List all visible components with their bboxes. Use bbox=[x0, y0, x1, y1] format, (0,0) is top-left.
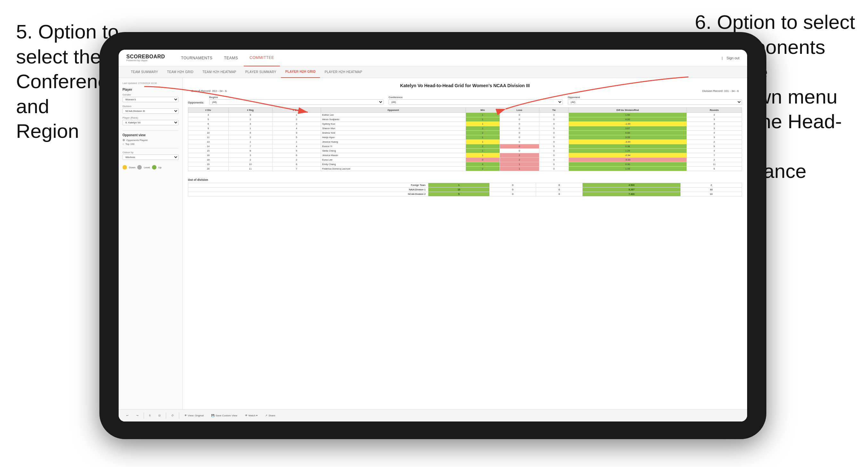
logo-text: SCOREBOARD bbox=[126, 54, 165, 59]
copy-button[interactable]: ⎘ bbox=[147, 413, 153, 418]
header-right: | Sign out bbox=[722, 56, 739, 60]
arrow-left-annotation bbox=[125, 80, 317, 119]
legend-label-down: Down bbox=[129, 166, 135, 169]
table-row: 20117Federica Domecq Lacroze2101.336 bbox=[188, 167, 742, 171]
sub-nav-team-h2h-heatmap[interactable]: TEAM H2H HEATMAP bbox=[198, 66, 241, 78]
view-original-icon: 👁 bbox=[184, 414, 187, 417]
legend-label-up: Up bbox=[158, 166, 162, 169]
table-row: 1063Andrea York2004.004 bbox=[188, 131, 742, 135]
sub-nav-team-summary[interactable]: TEAM SUMMARY bbox=[126, 66, 162, 78]
opponent-view-radio-group: ⦿ Opponents Played ○ Top 100 bbox=[123, 139, 179, 146]
content-area: Katelyn Vo Head-to-Head Grid for Women's… bbox=[183, 78, 747, 422]
nav-tournaments[interactable]: TOURNAMENTS bbox=[176, 50, 218, 66]
legend-dot-up bbox=[152, 165, 156, 169]
arrow-right-annotation bbox=[480, 70, 705, 119]
sub-nav-player-summary[interactable]: PLAYER SUMMARY bbox=[241, 66, 281, 78]
legend-dot-level bbox=[137, 165, 142, 169]
view-original-button[interactable]: 👁 View: Original bbox=[182, 413, 206, 418]
table-row: 1311Jessica Huang100-3.002 bbox=[188, 140, 742, 144]
sign-out-link[interactable]: Sign out bbox=[726, 56, 739, 60]
legend-label-level: Level bbox=[144, 166, 150, 169]
out-of-div-row: Foreign Team1004.5002 bbox=[188, 183, 742, 187]
out-of-division-title: Out of division bbox=[188, 176, 742, 183]
radio-opponents-played[interactable]: ⦿ Opponents Played bbox=[123, 139, 179, 142]
save-custom-view-button[interactable]: 💾 Save Custom View bbox=[209, 413, 240, 418]
opponent-view-label: Opponent view bbox=[123, 133, 179, 137]
table-row: 1636Jessica Mason120-0.947 bbox=[188, 153, 742, 158]
player-rank-select[interactable]: 8. Katelyn Vo bbox=[123, 120, 179, 125]
toolbar-separator-3 bbox=[179, 412, 179, 419]
table-row: 1822Euna Lee020-5.002 bbox=[188, 158, 742, 162]
app-header: SCOREBOARD Powered by clippd TOURNAMENTS… bbox=[119, 50, 747, 66]
nav-committee[interactable]: COMMITTEE bbox=[244, 50, 280, 66]
sub-nav-team-h2h-grid[interactable]: TEAM H2H GRID bbox=[162, 66, 198, 78]
table-row: 1474Eunice Yi2200.389 bbox=[188, 144, 742, 149]
share-icon: ↗ bbox=[265, 414, 268, 417]
out-of-division-table: Foreign Team1004.5002NAIA Division 11500… bbox=[188, 183, 742, 196]
toolbar-separator-2 bbox=[166, 412, 166, 419]
undo-button[interactable]: ↩ bbox=[124, 413, 131, 418]
share-button[interactable]: ↗ Share bbox=[262, 413, 278, 418]
pipe-separator: | bbox=[722, 56, 723, 60]
clock-button[interactable]: ⏱ bbox=[169, 413, 176, 418]
col-header-opponent: Opponent bbox=[321, 108, 466, 113]
radio-top-100[interactable]: ○ Top 100 bbox=[123, 143, 179, 146]
legend-dot-down bbox=[123, 165, 127, 169]
paste-button[interactable]: ⊡ bbox=[156, 413, 163, 418]
table-row: 914Sharon Mun1003.673 bbox=[188, 126, 742, 131]
out-of-div-row: NCAA Division 25007.40010 bbox=[188, 192, 742, 196]
redo-button[interactable]: ↪ bbox=[134, 413, 141, 418]
main-nav: TOURNAMENTS TEAMS COMMITTEE bbox=[176, 50, 722, 66]
nav-teams[interactable]: TEAMS bbox=[218, 50, 244, 66]
division-record: Division Record: 331 - 34 - 6 bbox=[702, 89, 739, 93]
sub-nav-player-h2h-grid[interactable]: PLAYER H2H GRID bbox=[281, 66, 320, 78]
main-content: Last Updated: 27/03/2024 13:36 Player Ge… bbox=[119, 78, 747, 422]
toolbar-separator-1 bbox=[144, 412, 144, 419]
table-row: 633Sydney Kuo100-1.003 bbox=[188, 122, 742, 126]
out-of-div-row: NAIA Division 115009.26730 bbox=[188, 187, 742, 192]
logo-area: SCOREBOARD Powered by clippd bbox=[126, 54, 165, 62]
watch-button[interactable]: 👁 Watch ▾ bbox=[242, 413, 260, 418]
logo-sub: Powered by clippd bbox=[126, 59, 165, 62]
table-row: 1125Heejo Hyun1003.333 bbox=[188, 135, 742, 140]
legend: Down Level Up bbox=[123, 165, 179, 169]
watch-icon: 👁 bbox=[245, 414, 248, 417]
left-panel: Last Updated: 27/03/2024 13:36 Player Ge… bbox=[119, 78, 183, 422]
save-icon: 💾 bbox=[211, 414, 215, 417]
table-row: 1585Stella Cheng1001.254 bbox=[188, 149, 742, 153]
colour-by-label: Colour by bbox=[123, 151, 179, 154]
toolbar: ↩ ↪ ⎘ ⊡ ⏱ 👁 View: Original 💾 Save Custom… bbox=[119, 409, 747, 422]
table-row: 19106Emily Chang4100.3011 bbox=[188, 162, 742, 167]
colour-by-select[interactable]: Win/loss bbox=[123, 155, 179, 160]
sub-nav-player-h2h-heatmap[interactable]: PLAYER H2H HEATMAP bbox=[320, 66, 367, 78]
